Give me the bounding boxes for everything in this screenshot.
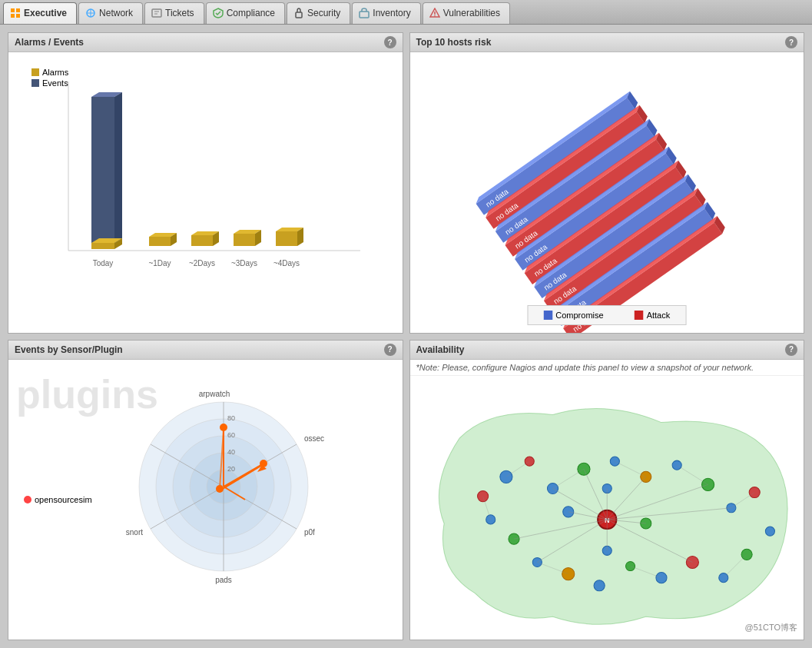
svg-marker-19 [114, 92, 122, 243]
svg-text:40: 40 [227, 448, 235, 456]
watermark-text: @51CTO博客 [745, 622, 797, 633]
svg-rect-24 [149, 237, 171, 246]
svg-rect-11 [360, 12, 369, 18]
top10-hosts-help[interactable]: ? [785, 36, 797, 48]
alarms-events-title: Alarms / Events [15, 37, 84, 48]
tab-network-label: Network [99, 8, 133, 18]
tab-inventory-label: Inventory [373, 8, 410, 18]
svg-rect-10 [296, 12, 302, 18]
top10-hosts-panel: Top 10 hosts risk ? no data [409, 32, 805, 334]
compromise-color-icon [543, 311, 552, 320]
alarms-events-help[interactable]: ? [384, 36, 396, 48]
security-icon [293, 8, 304, 18]
alarms-events-body: Alarms Events [8, 52, 403, 333]
opensourcesim-label-container: opensourcesim [24, 495, 92, 504]
svg-point-120 [701, 478, 714, 490]
alarms-label: Alarms [42, 68, 68, 77]
availability-body: N [410, 376, 804, 640]
tab-compliance[interactable]: Compliance [206, 2, 285, 24]
attack-legend-item: Attack [635, 311, 671, 320]
svg-rect-7 [152, 9, 161, 17]
opensourcesim-dot [24, 496, 31, 503]
svg-point-117 [610, 457, 619, 466]
tab-security-label: Security [307, 8, 340, 18]
hosts-chart-legend: Compromise Attack [527, 305, 686, 325]
attack-label: Attack [647, 311, 671, 320]
svg-rect-28 [191, 235, 213, 246]
top10-hosts-body: no data no data no data [410, 52, 804, 333]
svg-text:~4Days: ~4Days [273, 259, 300, 268]
opensourcesim-label: opensourcesim [35, 495, 92, 504]
tab-security[interactable]: Security [287, 2, 350, 24]
attack-color-icon [635, 311, 644, 320]
tab-network[interactable]: Network [78, 2, 143, 24]
availability-title: Availability [416, 344, 465, 355]
events-sensor-body: plugins opensourcesim [8, 360, 403, 640]
svg-point-134 [477, 490, 488, 501]
tab-compliance-label: Compliance [227, 8, 275, 18]
svg-point-113 [499, 470, 512, 483]
tab-executive-label: Executive [24, 8, 67, 18]
svg-text:20: 20 [227, 465, 235, 473]
svg-rect-36 [276, 231, 297, 246]
navigation-bar: Executive Network Tickets Compliance Sec… [0, 0, 812, 25]
tab-vulnerabilities-label: Vulnerabilities [443, 8, 500, 18]
svg-rect-80 [543, 311, 552, 320]
top10-hosts-chart: no data no data no data [416, 74, 770, 333]
svg-rect-32 [234, 234, 255, 246]
svg-text:~2Days: ~2Days [189, 259, 215, 268]
events-color-swatch [31, 79, 39, 87]
availability-note: *Note: Please, configure Nagios and upda… [410, 360, 804, 376]
events-sensor-help[interactable]: ? [384, 344, 396, 356]
network-icon [85, 8, 96, 18]
alarms-events-chart: Today ~1Day ~2Days [30, 66, 391, 297]
svg-text:arpwatch: arpwatch [199, 390, 230, 398]
tab-executive[interactable]: Executive [3, 2, 77, 24]
network-map-chart: N [410, 376, 804, 640]
alarms-events-header: Alarms / Events ? [8, 33, 403, 52]
inventory-icon [359, 8, 370, 18]
radar-chart: 20 40 60 80 arpwatch ossec p0f pads snor… [101, 367, 346, 598]
svg-rect-0 [11, 8, 15, 12]
alarms-color-swatch [31, 68, 39, 76]
svg-point-123 [765, 526, 774, 535]
availability-header: Availability ? [410, 341, 804, 360]
executive-icon [10, 8, 21, 18]
events-sensor-panel: Events by Sensor/Plugin ? plugins openso… [8, 340, 403, 641]
compliance-icon [213, 8, 224, 18]
main-content: Alarms / Events ? Alarms Events [0, 25, 812, 648]
chart-legend: Alarms Events [31, 68, 68, 89]
svg-rect-1 [16, 8, 20, 12]
svg-rect-17 [91, 97, 114, 243]
availability-help[interactable]: ? [785, 344, 797, 356]
compromise-label: Compromise [555, 311, 603, 320]
top10-hosts-header: Top 10 hosts risk ? [410, 33, 804, 52]
svg-text:~3Days: ~3Days [231, 259, 257, 268]
alarms-events-panel: Alarms / Events ? Alarms Events [8, 32, 403, 334]
events-label: Events [42, 78, 68, 88]
top10-hosts-title: Top 10 hosts risk [416, 37, 492, 48]
svg-rect-2 [11, 14, 15, 18]
tab-vulnerabilities[interactable]: Vulnerabilities [423, 2, 510, 24]
svg-text:80: 80 [227, 414, 235, 422]
svg-text:pads: pads [215, 576, 232, 584]
tab-tickets-label: Tickets [165, 8, 194, 18]
svg-rect-20 [91, 243, 114, 249]
legend-events: Events [31, 78, 68, 88]
svg-point-129 [594, 580, 605, 590]
events-sensor-header: Events by Sensor/Plugin ? [8, 341, 403, 360]
svg-point-14 [434, 15, 436, 17]
svg-text:p0f: p0f [304, 528, 315, 537]
legend-alarms: Alarms [31, 68, 68, 77]
svg-text:60: 60 [227, 431, 235, 439]
tickets-icon [151, 8, 162, 18]
svg-rect-81 [635, 311, 644, 320]
svg-text:snort: snort [126, 528, 143, 537]
availability-panel: Availability ? *Note: Please, configure … [409, 340, 805, 641]
svg-text:Today: Today [93, 259, 114, 268]
tab-inventory[interactable]: Inventory [352, 2, 420, 24]
svg-point-114 [525, 457, 534, 466]
tab-tickets[interactable]: Tickets [144, 2, 204, 24]
vulnerabilities-icon [429, 8, 440, 18]
svg-text:ossec: ossec [304, 434, 324, 443]
